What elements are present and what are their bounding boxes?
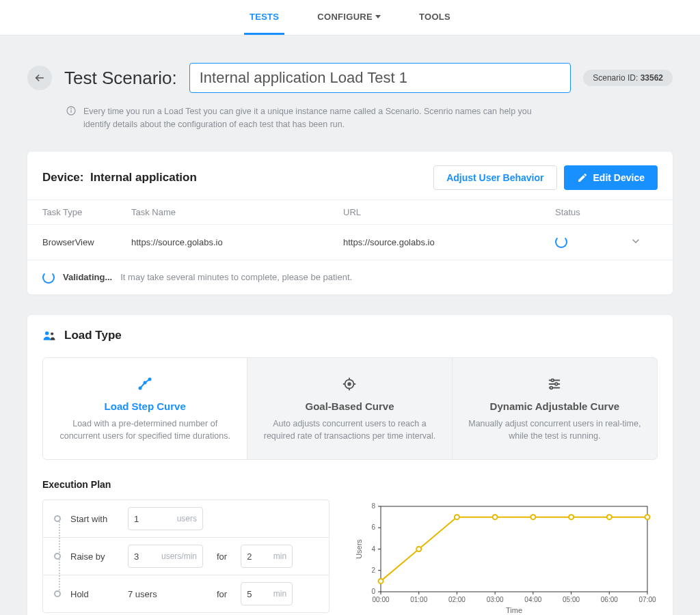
adjust-user-behavior-button[interactable]: Adjust User Behavior	[433, 165, 556, 190]
svg-text:6: 6	[371, 523, 375, 531]
col-status: Status	[555, 207, 630, 217]
cell-status	[555, 236, 630, 248]
svg-text:02:00: 02:00	[448, 596, 466, 603]
step-curve-icon	[137, 376, 153, 392]
svg-point-18	[555, 383, 558, 385]
execution-plan-steps: Start with users Raise by users/min for	[42, 500, 329, 613]
cell-task-name: https://source.golabs.io	[131, 237, 343, 247]
info-text: Every time you run a Load Test you can g…	[66, 105, 558, 131]
svg-text:05:00: 05:00	[563, 596, 580, 603]
top-nav: TESTS CONFIGURE TOOLS	[0, 0, 700, 36]
cell-url: https://source.golabs.io	[343, 237, 555, 247]
start-users-input[interactable]: users	[128, 507, 203, 530]
load-type-step-curve[interactable]: Load Step Curve Load with a pre-determin…	[43, 358, 247, 460]
back-button[interactable]	[27, 66, 52, 90]
svg-text:06:00: 06:00	[601, 596, 618, 603]
step-dot-icon	[54, 590, 61, 597]
page-title: Test Scenario:	[64, 68, 177, 89]
svg-text:Users: Users	[355, 539, 363, 559]
step-dot-icon	[54, 553, 61, 560]
device-table-row[interactable]: BrowserView https://source.golabs.io htt…	[27, 225, 673, 260]
load-type-goal-based[interactable]: Goal-Based Curve Auto adjusts concurrent…	[247, 358, 452, 460]
load-type-options: Load Step Curve Load with a pre-determin…	[42, 357, 658, 461]
hold-for-input[interactable]: min	[241, 582, 293, 605]
svg-point-56	[607, 515, 612, 519]
svg-text:03:00: 03:00	[487, 596, 504, 603]
svg-point-5	[51, 332, 53, 335]
info-icon	[66, 105, 77, 116]
svg-point-52	[455, 515, 459, 519]
plan-step-start: Start with users	[43, 500, 329, 538]
plan-step-raise: Raise by users/min for min	[43, 538, 329, 575]
svg-text:Time: Time	[506, 606, 522, 614]
svg-text:01:00: 01:00	[410, 596, 427, 603]
col-url: URL	[343, 207, 555, 217]
svg-point-3	[71, 109, 72, 109]
svg-text:04:00: 04:00	[524, 596, 541, 603]
pencil-icon	[577, 172, 588, 183]
device-table-header: Task Type Task Name URL Status	[27, 200, 673, 225]
svg-point-54	[530, 515, 535, 519]
device-title: Device: Internal application	[42, 171, 197, 184]
svg-text:8: 8	[371, 502, 375, 510]
raise-users-input[interactable]: users/min	[128, 545, 203, 568]
svg-point-10	[349, 383, 351, 385]
load-type-card: Load Type Load Step Curve Load with a pr…	[27, 315, 673, 616]
load-type-title: Load Type	[42, 329, 658, 342]
title-row: Test Scenario: Scenario ID: 33562	[27, 63, 673, 93]
target-icon	[342, 377, 357, 392]
cell-task-type: BrowserView	[42, 237, 131, 247]
svg-text:00:00: 00:00	[372, 596, 389, 603]
spinner-icon	[555, 236, 567, 248]
chevron-down-icon	[630, 236, 641, 247]
load-type-dynamic[interactable]: Dynamic Adjustable Curve Manually adjust…	[453, 358, 657, 460]
col-task-type: Task Type	[42, 207, 131, 217]
users-icon	[42, 329, 56, 342]
raise-for-input[interactable]: min	[241, 545, 293, 568]
device-card: Device: Internal application Adjust User…	[27, 152, 673, 295]
svg-text:07:00: 07:00	[638, 596, 656, 603]
validating-row: Validating... It may take several minute…	[27, 260, 673, 295]
scenario-name-input[interactable]	[189, 63, 571, 93]
nav-tab-configure[interactable]: CONFIGURE	[312, 1, 386, 35]
expand-row-button[interactable]	[630, 236, 658, 249]
execution-plan-chart: 0246800:0001:0002:0003:0004:0005:0006:00…	[350, 500, 658, 615]
svg-point-57	[645, 515, 650, 519]
nav-tab-tools[interactable]: TOOLS	[414, 1, 456, 35]
execution-plan-label: Execution Plan	[42, 479, 658, 490]
svg-point-16	[552, 379, 554, 381]
sliders-icon	[547, 377, 562, 392]
col-task-name: Task Name	[131, 207, 343, 217]
svg-point-50	[379, 579, 383, 584]
edit-device-button[interactable]: Edit Device	[564, 165, 658, 190]
arrow-left-icon	[34, 72, 45, 83]
plan-step-hold: Hold 7 users for min	[43, 575, 329, 612]
svg-text:4: 4	[371, 545, 375, 553]
svg-point-55	[569, 515, 574, 519]
nav-tab-tests[interactable]: TESTS	[244, 1, 284, 35]
chevron-down-icon	[375, 15, 381, 18]
svg-point-51	[416, 547, 421, 551]
scenario-id-badge: Scenario ID: 33562	[583, 70, 673, 86]
svg-point-53	[493, 515, 498, 519]
svg-point-20	[550, 386, 553, 389]
svg-point-4	[45, 331, 49, 335]
spinner-icon	[42, 271, 55, 284]
svg-text:0: 0	[371, 588, 375, 595]
svg-text:2: 2	[371, 566, 375, 574]
line-chart: 0246800:0001:0002:0003:0004:0005:0006:00…	[350, 500, 658, 615]
step-dot-icon	[54, 515, 61, 522]
